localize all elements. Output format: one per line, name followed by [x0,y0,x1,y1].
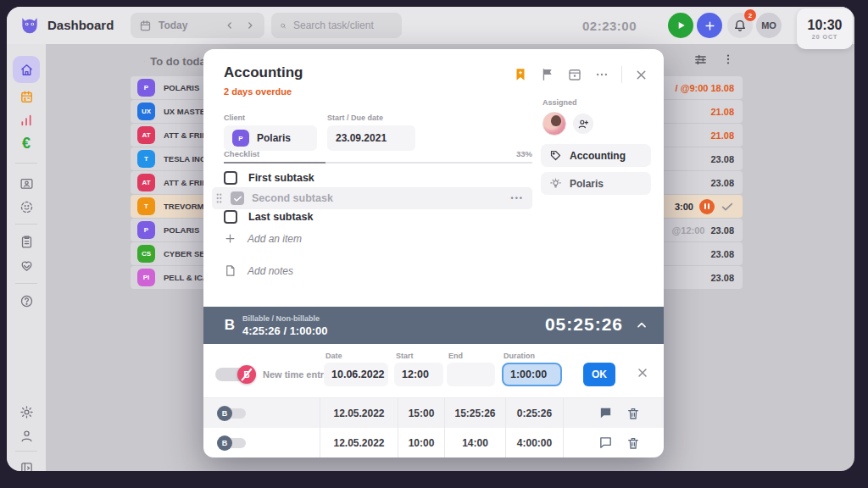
tag-accounting[interactable]: Accounting [541,144,651,167]
calendar-icon [19,90,34,104]
time-entries-table: B 12.05.2022 15:00 15:25:26 0:25:26 B 12… [203,398,664,458]
client-avatar: T [137,150,155,168]
user-avatar[interactable]: MO [756,13,782,38]
filter-sliders-icon[interactable] [693,53,708,67]
sidebar-item-wellness[interactable] [13,252,40,279]
sidebar-item-face-id[interactable] [13,193,40,220]
search-input[interactable] [293,19,393,31]
pause-timer-button[interactable] [699,199,715,214]
close-form-icon[interactable] [636,366,649,380]
non-billable-icon: B [237,365,256,384]
euro-icon: € [22,135,31,152]
divider [621,66,622,83]
bookmark-icon[interactable] [513,67,528,82]
page-title: Dashboard [47,18,114,32]
task-date: 21.08 [710,130,734,141]
id-card-icon [19,176,34,191]
tag-label: Accounting [570,150,626,162]
end-field-label: End [448,352,463,360]
drag-handle-icon[interactable] [215,192,223,204]
task-date: 23.08 [710,273,734,283]
check-icon [233,194,242,203]
chevron-up-icon[interactable] [635,319,648,332]
close-icon[interactable] [634,68,648,82]
sidebar-divider [15,224,37,225]
date-field[interactable]: 10.06.2022 [324,363,388,386]
checklist-item-label: Last subtask [248,211,313,223]
play-icon [675,19,687,31]
notifications-button[interactable]: 2 [727,13,753,38]
timer-summary-bar[interactable]: B Billable / Non-billable 4:25:26 / 1:00… [203,307,664,344]
client-avatar: UX [137,103,155,120]
client-field-label: Client [224,114,317,122]
checklist-item-label: Second subtask [252,192,504,204]
more-options-icon[interactable] [594,67,609,82]
trash-icon[interactable] [626,436,640,450]
trash-icon[interactable] [626,407,640,420]
check-icon[interactable] [721,200,734,214]
total-timer-value: 05:25:26 [545,314,623,335]
comment-icon[interactable] [598,435,613,450]
item-more-options[interactable]: ••• [511,194,524,202]
add-task-button[interactable] [697,13,722,38]
tag-polaris[interactable]: Polaris [541,172,651,195]
client-avatar: AT [137,174,155,191]
checkbox-unchecked[interactable] [224,171,237,185]
sidebar-divider [15,451,37,452]
billable-toggle[interactable]: B [215,368,248,381]
client-field[interactable]: P Polaris [224,125,317,151]
today-button[interactable]: Today [159,19,224,31]
calendar-day-icon[interactable] [567,67,582,82]
assignee-avatar[interactable] [542,112,566,136]
chevron-left-icon[interactable] [224,19,236,31]
duration-input[interactable] [502,363,562,386]
billable-icon: B [217,317,242,334]
checklist-percent: 33% [516,149,532,158]
checkbox-unchecked[interactable] [224,210,237,224]
checkbox-checked[interactable] [231,191,244,205]
notification-badge: 2 [744,9,756,21]
sidebar-item-help[interactable] [13,287,40,314]
add-person-icon [577,118,589,130]
kebab-menu-icon[interactable] [721,53,735,66]
clock-widget[interactable]: 10:30 20 OCT [797,8,853,49]
checklist-item-checked[interactable]: Second subtask ••• [212,187,532,209]
entry-date: 12.05.2022 [320,428,398,458]
task-date: 23.08 [710,249,734,259]
chevron-right-icon[interactable] [244,19,256,31]
start-field[interactable]: 12:00 [394,363,443,386]
bell-icon [733,19,747,32]
time-entry-row[interactable]: B 12.05.2022 15:00 15:25:26 0:25:26 [203,398,664,428]
checklist-progress-bar [224,162,532,164]
date-nav: Today [131,13,264,38]
play-timer-button[interactable] [668,13,693,38]
sidebar-collapse-button[interactable] [13,454,40,471]
billable-toggle[interactable]: B [217,406,248,421]
flag-icon[interactable] [540,67,555,82]
task-date: / @9:00 18.08 [676,83,734,93]
billable-toggle[interactable]: B [217,435,248,451]
add-checklist-item-button[interactable]: Add an item [224,232,302,245]
ok-button[interactable]: OK [583,363,615,386]
comment-icon[interactable] [598,406,613,420]
sidebar-item-finance[interactable]: € [13,130,40,157]
checklist-item[interactable]: Last subtask [224,210,313,224]
new-time-entry-label: New time entry [263,369,329,380]
end-field[interactable] [447,363,495,386]
sidebar-item-dashboard[interactable] [13,56,40,83]
plus-icon [224,232,236,245]
tag-label: Polaris [570,178,604,190]
billable-icon: B [217,435,232,451]
date-field-label: Date [326,352,342,360]
add-notes-button[interactable]: Add notes [224,264,293,277]
entry-duration: 0:25:26 [506,398,564,428]
add-assignee-button[interactable] [573,114,593,134]
task-date: 23.08 [710,154,734,164]
running-timer-value: 3:00 [675,202,693,212]
task-detail-modal: Accounting 2 days overdue Client P Polar… [203,49,664,458]
time-entry-row[interactable]: B 12.05.2022 10:00 14:00 4:00:00 [203,428,664,458]
checklist-item[interactable]: First subtask [224,171,314,185]
due-date-field[interactable]: 23.09.2021 [327,125,415,151]
sidebar-item-profile[interactable] [13,422,40,449]
client-avatar: P [137,221,155,239]
